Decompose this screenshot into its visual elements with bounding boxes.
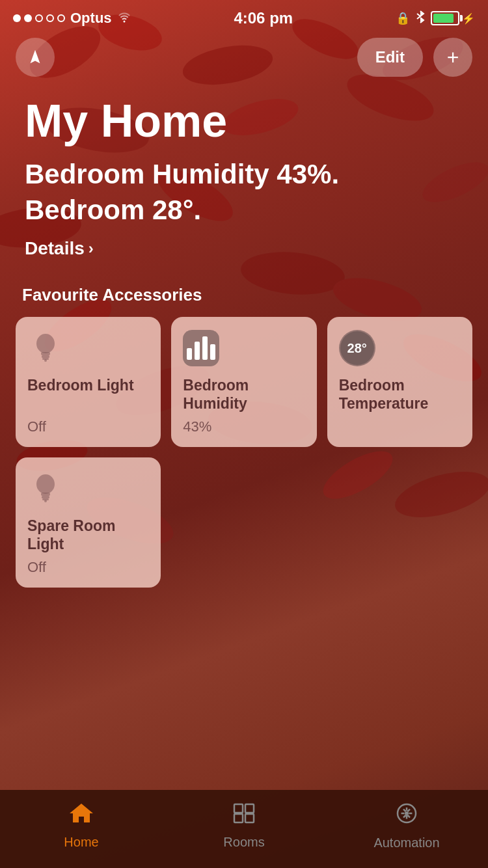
top-controls: Edit +	[0, 31, 488, 83]
location-button[interactable]	[16, 38, 55, 77]
tab-bar: Home Rooms Automation	[0, 790, 488, 868]
bedroom-temp-name: Bedroom Temperature	[339, 377, 461, 435]
bar-2	[195, 342, 200, 360]
details-link[interactable]: Details ›	[25, 238, 463, 259]
lightning-icon: ⚡	[462, 12, 475, 25]
bedroom-light-name: Bedroom Light	[27, 377, 149, 416]
svg-point-37	[405, 811, 409, 815]
bedroom-humidity-value: 43%	[183, 418, 305, 435]
bar-1	[187, 348, 192, 360]
dot-3	[35, 14, 43, 22]
bedroom-light-card[interactable]: Bedroom Light Off	[16, 317, 161, 447]
chevron-right-icon: ›	[88, 239, 94, 258]
bedroom-temp-card[interactable]: 28° Bedroom Temperature	[327, 317, 472, 447]
humidity-bars	[187, 336, 215, 360]
top-right-buttons: Edit +	[357, 38, 472, 77]
dot-1	[13, 14, 21, 22]
wifi-icon	[117, 11, 131, 26]
svg-rect-28	[41, 493, 50, 496]
details-label: Details	[25, 238, 85, 259]
accessories-grid-top: Bedroom Light Off Bedroom Humidity 43% 2…	[16, 317, 472, 447]
temp-icon: 28°	[339, 330, 375, 366]
carrier-label: Optus	[70, 10, 112, 27]
battery-icon	[431, 11, 459, 25]
battery-indicator: ⚡	[431, 11, 475, 25]
automation-icon	[394, 801, 419, 832]
status-left: Optus	[13, 10, 131, 27]
svg-rect-35	[245, 814, 254, 822]
svg-rect-23	[41, 352, 50, 355]
tab-rooms[interactable]: Rooms	[163, 802, 325, 856]
tab-automation-label: Automation	[373, 835, 439, 850]
spare-room-light-status: Off	[27, 559, 149, 576]
svg-rect-34	[234, 814, 243, 822]
bar-3	[202, 336, 208, 360]
spare-bulb-icon	[27, 470, 64, 507]
edit-button[interactable]: Edit	[357, 38, 423, 77]
hero-section: My Home Bedroom Humidity 43%. Bedroom 28…	[0, 83, 488, 265]
dot-2	[24, 14, 32, 22]
spare-room-light-name: Spare Room Light	[27, 517, 149, 556]
spare-room-light-card[interactable]: Spare Room Light Off	[16, 457, 161, 588]
accessories-section: Favourite Accessories Bedroom Light Off	[0, 265, 488, 588]
tab-home-label: Home	[64, 835, 98, 850]
tab-rooms-label: Rooms	[223, 835, 264, 850]
home-icon	[69, 802, 94, 831]
bulb-icon	[27, 330, 64, 366]
bedroom-humidity-name: Bedroom Humidity	[183, 377, 305, 416]
dot-5	[57, 14, 65, 22]
bar-4	[210, 344, 215, 360]
tab-home[interactable]: Home	[0, 802, 163, 856]
lock-icon: 🔒	[396, 11, 410, 25]
humidity-icon	[183, 330, 219, 366]
svg-rect-33	[245, 804, 254, 813]
tab-automation[interactable]: Automation	[325, 801, 488, 857]
status-time: 4:06 pm	[234, 9, 293, 27]
dot-4	[46, 14, 54, 22]
bedroom-humidity-card[interactable]: Bedroom Humidity 43%	[171, 317, 316, 447]
bedroom-light-status: Off	[27, 418, 149, 435]
status-right: 🔒 ⚡	[396, 10, 475, 27]
svg-rect-32	[234, 804, 243, 813]
hero-subtitle: Bedroom Humidity 43%. Bedroom 28°.	[25, 157, 463, 228]
accessories-grid-bottom: Spare Room Light Off	[16, 457, 472, 588]
section-title: Favourite Accessories	[16, 285, 472, 305]
home-title: My Home	[25, 96, 463, 146]
svg-rect-29	[42, 496, 49, 498]
svg-point-27	[36, 474, 55, 494]
bluetooth-icon	[415, 10, 426, 27]
signal-dots	[13, 14, 65, 22]
svg-rect-24	[42, 355, 49, 358]
battery-fill	[433, 14, 454, 23]
add-button[interactable]: +	[433, 38, 472, 77]
svg-point-31	[44, 500, 47, 502]
rooms-icon	[232, 802, 256, 831]
temp-circle: 28°	[340, 331, 374, 365]
status-bar: Optus 4:06 pm 🔒 ⚡	[0, 0, 488, 31]
svg-point-22	[36, 334, 55, 353]
svg-point-26	[44, 359, 47, 362]
